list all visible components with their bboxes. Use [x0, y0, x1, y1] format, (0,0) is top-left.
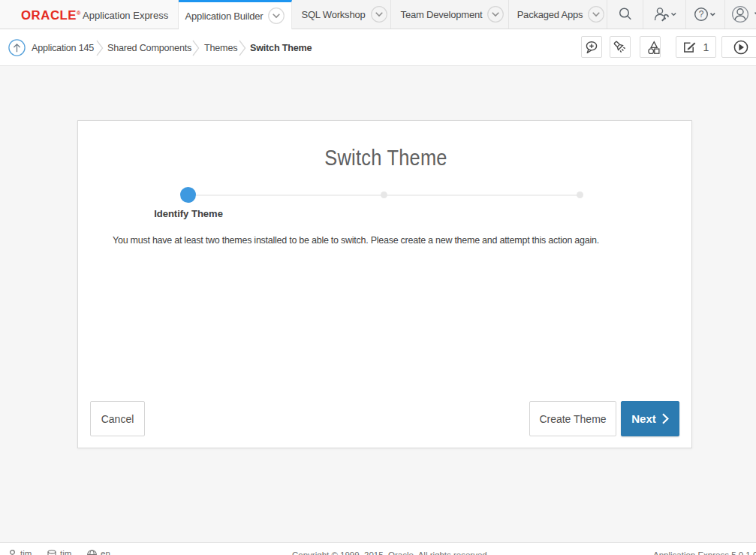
- svg-text:?: ?: [698, 9, 703, 20]
